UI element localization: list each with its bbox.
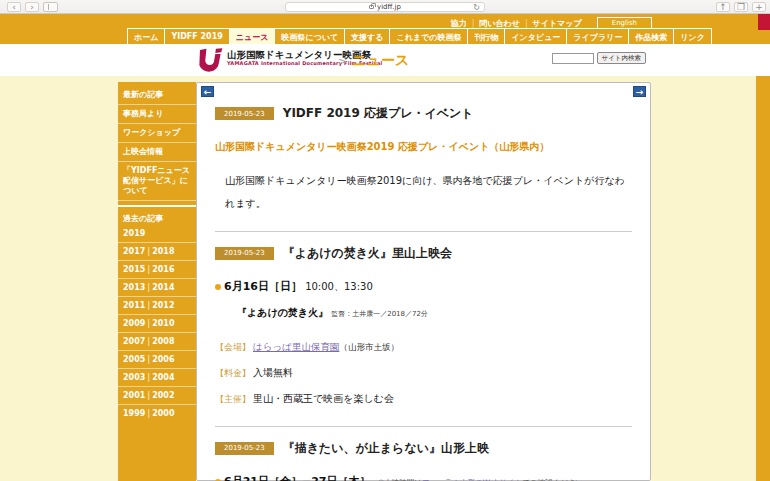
article-row: 6月16日［日］ 10:00、13:30: [215, 273, 632, 296]
article-link[interactable]: はらっぱ里山保育園: [253, 341, 339, 352]
utility-separator: |: [525, 19, 528, 28]
article-link[interactable]: 山形国際ドキュメンタリー映画祭2019 応援プレ・イベント（山形県内）: [215, 141, 549, 152]
archive-year-row: 2007|2008: [118, 333, 196, 351]
archive-year-link[interactable]: 2019: [123, 229, 145, 238]
article-text: 里山・西蔵王で映画を楽しむ会: [253, 393, 394, 404]
sidebar-item-4[interactable]: 「YIDFFニュース配信サービス」について: [118, 162, 196, 201]
sidebar-item-3[interactable]: 上映会情報: [118, 143, 196, 162]
lock-icon: [369, 5, 374, 9]
content-area: 最新の記事事務局よりワークショップ上映会情報「YIDFFニュース配信サービス」に…: [0, 76, 770, 481]
browser-toolbar: ‹ › yidff.jp ↻ ↑ ❐ +: [0, 0, 770, 14]
date-badge: 2019-05-23: [215, 442, 274, 455]
url-text: yidff.jp: [377, 3, 401, 11]
archive-year-link[interactable]: 2014: [152, 283, 174, 292]
archive-year-link[interactable]: 2002: [152, 391, 174, 400]
archive-year-link[interactable]: 2001: [123, 391, 145, 400]
reload-icon[interactable]: ↻: [473, 3, 480, 12]
archive-year-link[interactable]: 2008: [152, 337, 174, 346]
archive-year-row: 2019: [118, 225, 196, 243]
article-text: 【主催】: [215, 394, 251, 404]
prev-page-arrow[interactable]: ←: [201, 86, 214, 97]
archive-year-link[interactable]: 2006: [152, 355, 174, 364]
article-row: 【会場】はらっぱ里山保育園（山形市土坂）: [215, 333, 632, 356]
article-text: 監督：土井康一／2018／72分: [331, 310, 428, 318]
archive-year-row: 2005|2006: [118, 351, 196, 369]
article-row: 山形国際ドキュメンタリー映画祭2019に向け、県内各地で応援プレ・イベントが行な…: [215, 167, 632, 213]
article-text: 『よあけの焚き火』: [237, 307, 328, 318]
back-button[interactable]: ‹: [7, 2, 21, 12]
archive-year-link[interactable]: 2013: [123, 283, 145, 292]
archive-year-row: 2003|2004: [118, 369, 196, 387]
utility-link-1[interactable]: 問い合わせ: [479, 18, 520, 29]
article-separator: [215, 231, 632, 232]
site-search: サイト内検索: [552, 52, 646, 64]
archive-year-link[interactable]: 1999: [123, 409, 145, 418]
new-tab-icon[interactable]: +: [752, 2, 766, 12]
article-header: 2019-05-23『描きたい、が止まらない』山形上映: [215, 440, 632, 457]
right-gold-strip: [756, 76, 770, 481]
article-text: 入場無料: [253, 367, 293, 378]
archive-year-link[interactable]: 2010: [152, 319, 174, 328]
article-row: 【料金】入場無料: [215, 359, 632, 382]
article-text: でご確認ください。: [522, 478, 591, 481]
article-separator: [215, 426, 632, 427]
search-input[interactable]: [552, 53, 594, 64]
article-row: 『よあけの焚き火』監督：土井康一／2018／72分: [215, 299, 632, 322]
archive-year-link[interactable]: 2017: [123, 247, 145, 256]
article-text: 【料金】: [215, 368, 251, 378]
utility-separator: |: [472, 19, 475, 28]
corner-decoration: [758, 14, 770, 30]
tab-overview-icon[interactable]: ❐: [734, 2, 748, 12]
utility-link-0[interactable]: 協力: [451, 18, 467, 29]
news-panel: ← → 2019-05-23YIDFF 2019 応援プレ・イベント山形国際ドキ…: [196, 82, 651, 481]
date-badge: 2019-05-23: [215, 247, 274, 260]
breadcrumb: > ニュース: [338, 52, 409, 70]
sidebar-item-0[interactable]: 最新の記事: [118, 86, 196, 105]
article-title: YIDFF 2019 応援プレ・イベント: [283, 105, 474, 122]
page-title: ニュース: [352, 52, 409, 70]
archive-year-row: 2009|2010: [118, 315, 196, 333]
archive-year-row: 2015|2016: [118, 261, 196, 279]
archive-year-row: 1999|2000: [118, 405, 196, 422]
article-text: 6月16日［日］: [224, 280, 302, 293]
next-page-arrow[interactable]: →: [633, 86, 646, 97]
utility-link-2[interactable]: サイトマップ: [533, 18, 582, 29]
archive-year-link[interactable]: 2007: [123, 337, 145, 346]
sidebar: 最新の記事事務局よりワークショップ上映会情報「YIDFFニュース配信サービス」に…: [118, 82, 196, 481]
share-icon[interactable]: ↑: [716, 2, 730, 12]
archive-year-link[interactable]: 2004: [152, 373, 174, 382]
article-text: ※上映時間は: [371, 478, 422, 481]
archive-year-row: 2001|2002: [118, 387, 196, 405]
archive-year-link[interactable]: 2003: [123, 373, 145, 382]
site-header: 協力|問い合わせ|サイトマップEnglish ホームYIDFF 2019ニュース…: [0, 14, 770, 44]
article-header: 2019-05-23YIDFF 2019 応援プレ・イベント: [215, 105, 632, 122]
article-title: 『よあけの焚き火』里山上映会: [283, 245, 452, 262]
archive-year-row: 2011|2012: [118, 297, 196, 315]
yidff-logo-icon: [197, 47, 223, 73]
forward-button[interactable]: ›: [25, 2, 39, 12]
archive-year-link[interactable]: 2005: [123, 355, 145, 364]
article-text: 山形国際ドキュメンタリー映画祭2019に向け、県内各地で応援プレ・イベントが行な…: [225, 175, 625, 209]
article-row: 6月21日［金］−27日［木］ ※上映時間はフォーラム山形のWebサイトでご確認…: [215, 468, 632, 481]
archive-year-link[interactable]: 2011: [123, 301, 145, 310]
search-button[interactable]: サイト内検索: [597, 52, 646, 64]
article-text: 10:00、13:30: [302, 281, 373, 292]
article-link[interactable]: フォーラム山形のWebサイト: [422, 478, 522, 481]
archive-year-link[interactable]: 2018: [152, 247, 174, 256]
bullet-icon: [215, 284, 221, 290]
date-badge: 2019-05-23: [215, 107, 274, 120]
archive-year-row: 2017|2018: [118, 243, 196, 261]
sidebar-item-2[interactable]: ワークショップ: [118, 124, 196, 143]
archive-year-link[interactable]: 2016: [152, 265, 174, 274]
archive-year-link[interactable]: 2015: [123, 265, 145, 274]
article-row: 【主催】里山・西蔵王で映画を楽しむ会: [215, 385, 632, 408]
address-bar[interactable]: yidff.jp ↻: [285, 2, 485, 12]
article-text: 6月21日［金］−27日［木］: [224, 475, 371, 481]
sidebar-toggle-icon[interactable]: [43, 2, 58, 12]
archive-header: 過去の記事: [118, 207, 196, 225]
breadcrumb-separator: >: [338, 55, 347, 68]
archive-year-link[interactable]: 2000: [152, 409, 174, 418]
archive-year-link[interactable]: 2009: [123, 319, 145, 328]
sidebar-item-1[interactable]: 事務局より: [118, 105, 196, 124]
archive-year-link[interactable]: 2012: [152, 301, 174, 310]
